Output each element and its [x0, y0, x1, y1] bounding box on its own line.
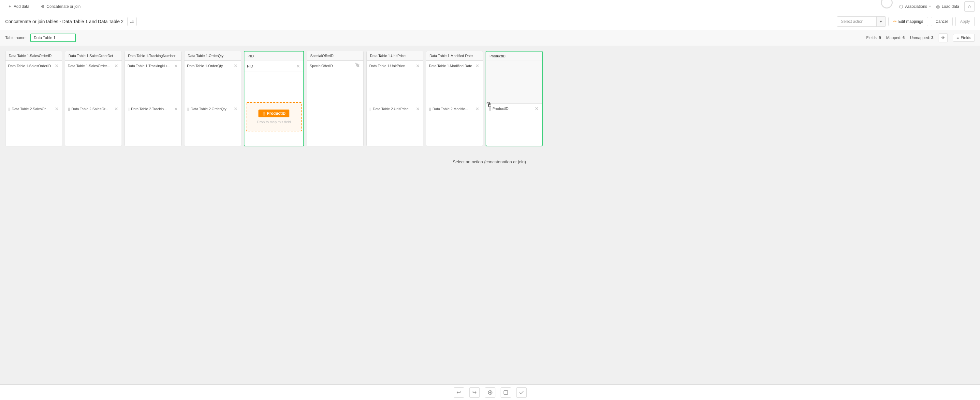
close-icon[interactable]: ✕: [415, 63, 420, 69]
field-item: Data Table 1.SalesOrder... ✕: [65, 61, 122, 71]
concat-join-button[interactable]: ⊕ Concatenate or join: [38, 3, 83, 10]
pencil-icon: ✏: [893, 19, 897, 24]
field-item: Data Table 1.SalesOrderID ✕: [6, 61, 62, 71]
dots-icon: ⣿: [369, 107, 372, 111]
column-pid: PID PID ✕ ⣿ ProductID Drop to m: [244, 51, 304, 147]
unmapped-count: Unmapped: 3: [910, 35, 933, 40]
undo-button[interactable]: ↩: [453, 387, 464, 398]
close-icon[interactable]: ✕: [534, 106, 539, 112]
bottom-field-2: ⣿ Data Table 2.SalesOr... ✕: [65, 104, 122, 114]
toolbar-btn-4[interactable]: [501, 387, 511, 398]
apply-button[interactable]: Apply: [955, 17, 975, 26]
table-name-input[interactable]: [30, 33, 76, 42]
dots-icon: ⣿: [68, 107, 70, 111]
close-icon[interactable]: ✕: [233, 106, 238, 112]
concat-join-label: Concatenate or join: [47, 4, 81, 9]
load-icon: ◎: [936, 4, 940, 9]
fields-toggle-button[interactable]: ≡ Fields: [953, 34, 975, 42]
edit-mappings-label: Edit mappings: [899, 19, 923, 24]
close-icon[interactable]: ✕: [475, 63, 480, 69]
column-specialofferid: SpecialOfferID SpecialOfferID 🖱 ✕: [307, 51, 364, 147]
field-item: Data Table 1.TrackingNu... ✕: [125, 61, 181, 71]
list-icon: ≡: [956, 35, 959, 40]
swap-button[interactable]: ⇄: [127, 17, 137, 26]
close-icon[interactable]: ✕: [415, 106, 420, 112]
visibility-toggle[interactable]: 👁: [939, 33, 948, 42]
column-trackingnumber: Data Table 1.TrackingNumber Data Table 1…: [124, 51, 181, 147]
close-icon[interactable]: 🖱 ✕: [356, 63, 361, 69]
add-data-label: Add data: [14, 4, 29, 9]
columns-container: Data Table 1.SalesOrderID Data Table 1.S…: [5, 51, 975, 147]
field-item: PID ✕: [245, 61, 304, 72]
close-icon[interactable]: ✕: [54, 63, 59, 69]
column-salesorderdetailid: Data Table 1.SalesOrderDetailID Data Tab…: [65, 51, 122, 147]
field-item: Data Table 1.Modified Date ✕: [426, 61, 483, 71]
svg-rect-3: [504, 390, 508, 394]
load-data-button[interactable]: ◎ Load data: [936, 4, 959, 9]
associations-button[interactable]: ⬡ Associations ▾: [899, 4, 931, 9]
dots-icon: ⣿: [127, 107, 130, 111]
toolbar-btn-3[interactable]: [485, 387, 495, 398]
col-header-salesorderdetailid: Data Table 1.SalesOrderDetailID: [65, 51, 122, 61]
fields-count: Fields: 9: [866, 35, 881, 40]
select-action-text: Select action: [837, 19, 877, 24]
select-action-dropdown[interactable]: ▾: [877, 16, 886, 27]
column-unitprice: Data Table 1.UnitPrice Data Table 1.Unit…: [366, 51, 423, 147]
close-icon[interactable]: ✕: [475, 106, 480, 112]
bottom-field-3: ⣿ Data Table 2.Trackin... ✕: [125, 104, 181, 114]
toolbar-btn-5[interactable]: [516, 387, 527, 398]
redo-button[interactable]: ↪: [469, 387, 480, 398]
bottom-field-8: ⣿ Data Table 2.Modifie... ✕: [426, 104, 483, 114]
column-orderqty: Data Table 1.OrderQty Data Table 1.Order…: [184, 51, 241, 147]
col-header-unitprice: Data Table 1.UnitPrice: [367, 51, 423, 61]
column-salesorderid: Data Table 1.SalesOrderID Data Table 1.S…: [5, 51, 62, 147]
associations-label: Associations: [905, 4, 927, 9]
drag-grid-icon: ⣿: [262, 112, 265, 116]
table-name-label: Table name:: [5, 35, 26, 40]
home-button[interactable]: ⌂: [964, 1, 975, 12]
drop-zone[interactable]: ⣿ ProductID Drop to map this field: [246, 102, 302, 131]
close-icon[interactable]: ✕: [54, 106, 59, 112]
status-text: Select an action (concatenation or join)…: [453, 159, 527, 164]
add-data-button[interactable]: ＋ Add data: [5, 2, 32, 10]
col-header-orderqty: Data Table 1.OrderQty: [185, 51, 241, 61]
close-icon[interactable]: ✕: [173, 63, 178, 69]
field-item: SpecialOfferID 🖱 ✕: [307, 61, 363, 71]
close-icon[interactable]: ✕: [296, 63, 301, 69]
drop-hint: Drop to map this field: [257, 120, 291, 124]
bottom-toolbar: ↩ ↪: [0, 384, 980, 400]
close-icon[interactable]: ✕: [233, 63, 238, 69]
column-modifieddate: Data Table 1.Modified Date Data Table 1.…: [426, 51, 483, 147]
bottom-field-7: ⣿ Data Table 2.UnitPrice ✕: [367, 104, 423, 114]
field-item: Data Table 1.UnitPrice ✕: [367, 61, 423, 71]
mapping-area: Data Table 1.SalesOrderID Data Table 1.S…: [0, 46, 980, 151]
edit-mappings-button[interactable]: ✏ Edit mappings: [888, 17, 928, 26]
close-icon[interactable]: ✕: [173, 106, 178, 112]
dots-icon: ⣿: [489, 107, 491, 110]
col-header-productid: ProductID: [486, 51, 542, 61]
plus-icon: ＋: [8, 3, 12, 9]
load-data-label: Load data: [942, 4, 959, 9]
associations-arrow: ▾: [929, 5, 931, 8]
header-bar: Concatenate or join tables - Data Table …: [0, 13, 980, 30]
bottom-field-9: 🖱 ⣿ ProductID ✕: [486, 104, 542, 113]
close-icon[interactable]: ✕: [114, 106, 119, 112]
bottom-field-1: ⣿ Data Table 2.SalesOr... ✕: [6, 104, 62, 114]
page-title: Concatenate or join tables - Data Table …: [5, 19, 124, 24]
col-header-modifieddate: Data Table 1.Modified Date: [426, 51, 483, 61]
dots-icon: ⣿: [8, 107, 10, 111]
dragging-productid: ⣿ ProductID: [258, 110, 290, 117]
close-icon[interactable]: ✕: [114, 63, 119, 69]
cancel-button[interactable]: Cancel: [931, 17, 953, 26]
associations-icon: ⬡: [899, 4, 903, 9]
col-header-specialofferid: SpecialOfferID: [307, 51, 363, 61]
bottom-status: Select an action (concatenation or join)…: [0, 151, 980, 172]
field-item: Data Table 1.OrderQty ✕: [185, 61, 241, 71]
table-name-area: Table name: Fields: 9 Mapped: 6 Unmapped…: [0, 30, 980, 46]
dots-icon: ⣿: [187, 107, 189, 111]
concat-icon: ⊕: [41, 4, 45, 9]
fields-toggle-label: Fields: [961, 35, 971, 40]
dots-icon: ⣿: [429, 107, 431, 111]
select-action-container: Select action ▾: [837, 16, 886, 27]
column-productid: ProductID 🖱 ⣿ ProductID ✕: [485, 51, 542, 147]
